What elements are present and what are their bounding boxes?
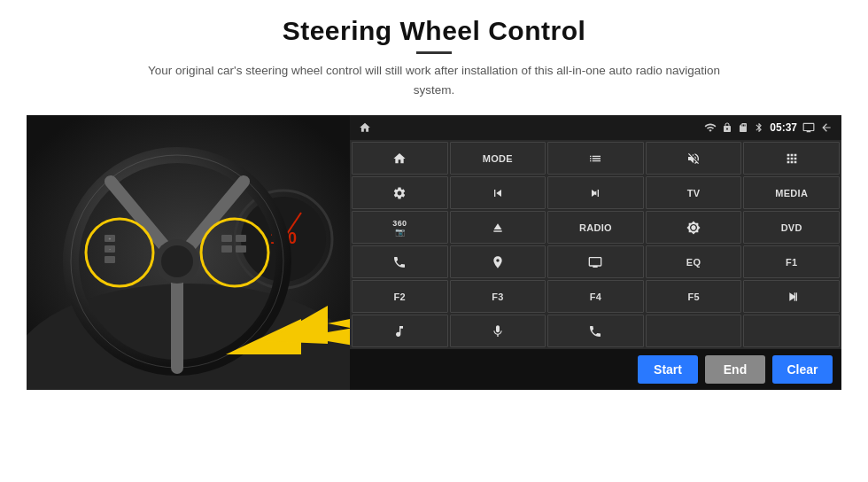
- start-button[interactable]: Start: [638, 355, 698, 384]
- screen-icon: [802, 121, 815, 134]
- btn-display[interactable]: [547, 245, 644, 278]
- btn-callend[interactable]: [547, 315, 644, 347]
- clear-button[interactable]: Clear: [772, 355, 833, 384]
- btn-mute[interactable]: [646, 142, 742, 175]
- svg-point-12: [161, 245, 193, 277]
- btn-mode[interactable]: MODE: [450, 142, 546, 175]
- page-title: Steering Wheel Control: [133, 16, 735, 46]
- page-wrapper: Steering Wheel Control Your original car…: [0, 0, 868, 482]
- btn-360cam[interactable]: 360📷: [352, 211, 448, 244]
- svg-rect-26: [794, 292, 794, 300]
- content-area: 100: [27, 115, 841, 390]
- btn-f1[interactable]: F1: [743, 245, 840, 278]
- status-left: [359, 121, 371, 134]
- btn-empty2: [743, 315, 840, 347]
- btn-f2[interactable]: F2: [352, 280, 448, 313]
- btn-mic[interactable]: [450, 315, 546, 347]
- svg-rect-27: [795, 292, 796, 300]
- btn-list[interactable]: [547, 142, 644, 175]
- btn-f5[interactable]: F5: [646, 280, 742, 313]
- btn-forward[interactable]: [547, 176, 644, 209]
- android-screen: 05:37 MODE: [350, 115, 841, 390]
- svg-rect-17: [105, 256, 115, 263]
- btn-navigation[interactable]: [450, 245, 546, 278]
- wifi-icon: [704, 121, 717, 134]
- btn-grid: MODE TV: [350, 140, 841, 349]
- btn-empty1: [646, 315, 742, 347]
- back-icon: [820, 121, 833, 134]
- svg-rect-22: [221, 245, 232, 253]
- btn-eject[interactable]: [450, 211, 546, 244]
- svg-text:+: +: [109, 236, 112, 241]
- subtitle: Your original car's steering wheel contr…: [133, 61, 735, 99]
- lock-icon: [722, 122, 732, 133]
- btn-f3[interactable]: F3: [450, 280, 546, 313]
- btn-apps[interactable]: [743, 142, 840, 175]
- btn-eq[interactable]: EQ: [646, 245, 742, 278]
- btn-brightness[interactable]: [646, 211, 742, 244]
- home-status-icon: [359, 121, 371, 134]
- btn-settings[interactable]: [352, 176, 448, 209]
- btn-playpause[interactable]: [743, 280, 840, 313]
- sd-icon: [738, 122, 748, 133]
- title-section: Steering Wheel Control Your original car…: [133, 16, 735, 99]
- svg-rect-21: [236, 235, 246, 242]
- btn-home[interactable]: [352, 142, 448, 175]
- steering-wheel-image: 100: [27, 115, 350, 390]
- btn-radio[interactable]: RADIO: [547, 211, 644, 244]
- btn-f4[interactable]: F4: [547, 280, 644, 313]
- bluetooth-icon: [754, 122, 764, 133]
- btn-tv[interactable]: TV: [646, 176, 742, 209]
- btn-media[interactable]: MEDIA: [743, 176, 840, 209]
- status-time: 05:37: [770, 121, 797, 134]
- btn-phone[interactable]: [352, 245, 448, 278]
- title-divider: [416, 51, 452, 54]
- bottom-bar: Start End Clear: [350, 349, 841, 390]
- status-bar: 05:37: [350, 115, 841, 140]
- btn-dvd[interactable]: DVD: [743, 211, 840, 244]
- end-button[interactable]: End: [705, 355, 765, 384]
- svg-rect-23: [236, 245, 246, 253]
- btn-rewind[interactable]: [450, 176, 546, 209]
- status-right: 05:37: [704, 121, 833, 134]
- svg-rect-20: [221, 235, 232, 242]
- btn-music[interactable]: [352, 315, 448, 347]
